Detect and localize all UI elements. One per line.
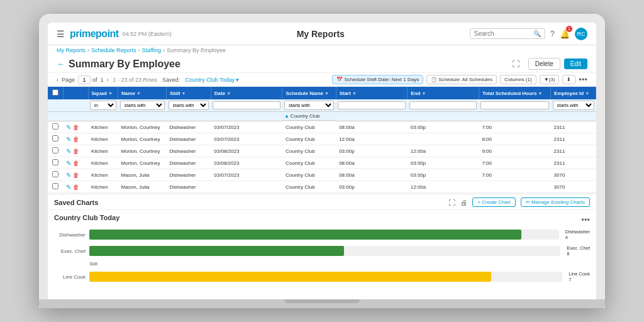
breadcrumb-my-reports[interactable]: My Reports: [57, 47, 86, 53]
export-btn[interactable]: ⬇: [562, 75, 575, 84]
all-schedules-btn[interactable]: 📋 Schedule: All Schedules: [426, 75, 497, 84]
country-club-filter-value: Country Club: [291, 113, 320, 119]
back-arrow-icon[interactable]: ←: [57, 59, 65, 69]
search-input[interactable]: [474, 30, 533, 37]
sort-icon-name: ▼: [136, 91, 141, 96]
bar-track-exec-chef: [89, 246, 560, 256]
filter-name: starts with: [118, 99, 167, 112]
filter-end: [408, 99, 479, 112]
row-checkbox[interactable]: [52, 123, 58, 130]
filter-emp-id-select[interactable]: starts with: [553, 101, 594, 110]
breadcrumb-schedule-reports[interactable]: Schedule Reports: [91, 47, 136, 53]
row-checkbox[interactable]: [52, 147, 58, 153]
delete-row-icon[interactable]: 🗑: [73, 136, 79, 143]
shift-date-btn[interactable]: 📅 Schedule Shift Date: Next 1 Days: [332, 75, 423, 84]
columns-btn[interactable]: Columns (1): [500, 75, 536, 84]
saved-charts-title: Saved Charts: [54, 199, 443, 206]
edit-row-icon[interactable]: ✎: [66, 172, 71, 179]
page-text: Page: [62, 77, 75, 83]
saved-value[interactable]: Country Club Today ▾: [185, 77, 239, 83]
select-all-checkbox[interactable]: [52, 89, 58, 96]
sort-icon-hours: ▼: [538, 91, 542, 96]
menu-icon[interactable]: ☰: [57, 29, 65, 39]
table-row: ✎🗑 Kitchen Morton, Courtney Dishwasher 0…: [48, 121, 596, 133]
filter-skill-select[interactable]: starts with: [169, 101, 209, 110]
filter-hours: [479, 99, 550, 112]
rows-count: 1 - 23 of 23 Rows: [113, 77, 158, 83]
edit-row-icon[interactable]: ✎: [66, 124, 71, 131]
th-total-hours[interactable]: Total Scheduled Hours▼: [479, 87, 550, 99]
filter-end-input[interactable]: [409, 101, 477, 109]
saved-value-text: Country Club Today: [185, 77, 235, 83]
edit-button[interactable]: Edit: [564, 58, 587, 69]
expand-charts-icon[interactable]: ⛶: [448, 199, 455, 206]
row-actions: ✎🗑: [66, 124, 85, 131]
delete-row-icon[interactable]: 🗑: [73, 184, 79, 191]
row-checkbox[interactable]: [52, 171, 58, 177]
bar-row-exec-chef: Exec. Chef Exec. Chef8: [54, 245, 590, 257]
page-input[interactable]: [78, 75, 91, 84]
delete-row-icon[interactable]: 🗑: [73, 148, 79, 155]
filters-btn[interactable]: ▼(3): [540, 75, 560, 84]
print-charts-icon[interactable]: 🖨: [460, 199, 467, 206]
delete-row-icon[interactable]: 🗑: [73, 160, 79, 167]
sort-icon-start: ▼: [352, 91, 357, 96]
delete-row-icon[interactable]: 🗑: [73, 124, 79, 131]
page-title-bar: ← Summary By Employee ⛶ Delete Edit: [48, 55, 596, 73]
th-name[interactable]: Name▼: [118, 87, 167, 99]
filter-start-input[interactable]: [338, 101, 406, 109]
breadcrumb-staffing[interactable]: Staffing: [142, 47, 161, 53]
avatar[interactable]: RC: [575, 28, 587, 40]
table-row: ✎🗑 KitchenMorton, CourtneyDishwasher 03/…: [48, 133, 596, 145]
row-checkbox[interactable]: [52, 135, 58, 142]
filter-date-input[interactable]: [213, 101, 280, 109]
bar-end-label-exec-chef: Exec. Chef8: [567, 245, 590, 257]
title-actions: ⛶ Delete Edit: [512, 58, 587, 70]
chart-more-icon[interactable]: •••: [581, 215, 590, 225]
header-title: My Reports: [172, 29, 470, 39]
notification-icon[interactable]: 🔔 1: [560, 28, 570, 40]
th-emp-id[interactable]: Employee Id▼: [551, 87, 596, 99]
create-chart-btn[interactable]: + Create Chart: [472, 197, 516, 207]
filter-date: [211, 99, 282, 112]
th-end[interactable]: End▼: [408, 87, 479, 99]
next-page[interactable]: ›: [107, 77, 109, 83]
edit-row-icon[interactable]: ✎: [66, 184, 71, 191]
search-box[interactable]: 🔍: [470, 28, 545, 39]
th-squad[interactable]: Squad▼: [88, 87, 118, 99]
th-start[interactable]: Start▼: [336, 87, 408, 99]
delete-button[interactable]: Delete: [528, 58, 560, 70]
delete-row-icon[interactable]: 🗑: [73, 172, 79, 179]
th-skill[interactable]: Skill▼: [167, 87, 211, 99]
edit-row-icon[interactable]: ✎: [66, 136, 71, 143]
bar-label-line-cook: Line Cook: [54, 274, 86, 280]
expand-icon[interactable]: ⛶: [512, 60, 519, 69]
filter-squad-select[interactable]: in: [90, 101, 116, 110]
cell-start: 08:00a: [336, 121, 408, 133]
filter-schedule-select[interactable]: starts with: [284, 101, 334, 110]
cell-hours: 7:00: [479, 121, 550, 133]
filter-emp-id: starts with: [551, 99, 596, 112]
th-schedule[interactable]: Schedule Name▼: [282, 87, 336, 99]
sort-icon-squad: ▼: [108, 91, 113, 96]
filter-actions: [63, 99, 88, 112]
header-right: 🔍 ? 🔔 1 RC: [470, 28, 587, 40]
toolbar-more-icon[interactable]: •••: [579, 75, 587, 84]
filter-hours-input[interactable]: [480, 101, 548, 109]
cell-name: Morton, Courtney: [118, 121, 167, 133]
table-row: ✎🗑 KitchenMorton, CourtneyDishwasher 03/…: [48, 157, 596, 169]
th-date[interactable]: Date▼: [211, 87, 282, 99]
skill-axis-label: Skill: [89, 262, 590, 266]
manage-charts-btn[interactable]: ✏ Manage Existing Charts: [521, 197, 590, 207]
edit-row-icon[interactable]: ✎: [66, 160, 71, 167]
bar-label-exec-chef: Exec. Chef: [54, 248, 86, 254]
row-checkbox[interactable]: [52, 183, 58, 189]
filter-name-select[interactable]: starts with: [120, 101, 165, 110]
row-checkbox[interactable]: [52, 159, 58, 165]
edit-row-icon[interactable]: ✎: [66, 148, 71, 155]
page-of: of: [92, 77, 97, 83]
help-icon[interactable]: ?: [550, 29, 555, 38]
sort-icon-date: ▼: [226, 91, 231, 96]
filter-country-club-row: ▲ Country Club: [48, 112, 596, 121]
main-content: Squad▼ Name▼ Skill▼ Date▼ Schedule Name▼…: [48, 87, 596, 299]
